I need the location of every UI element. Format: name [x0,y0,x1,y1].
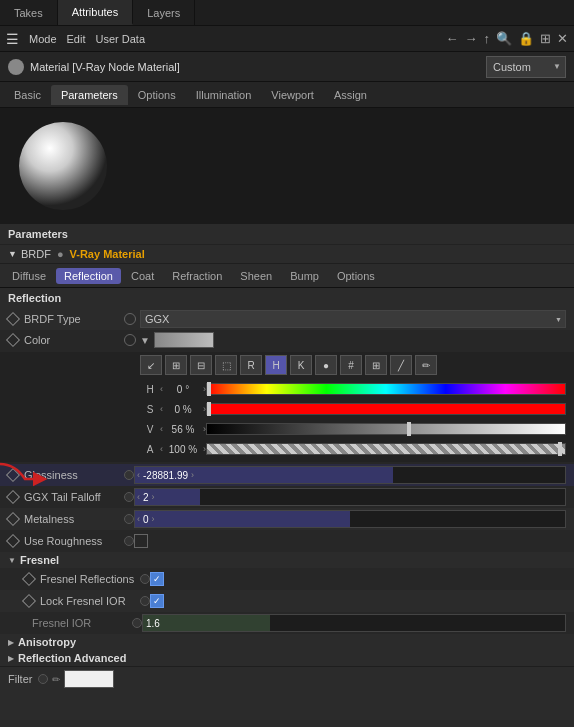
h-value: 0 ° [163,384,203,395]
tool-hash-btn[interactable]: # [340,355,362,375]
tool-arrow-btn[interactable]: ↙ [140,355,162,375]
tool-h-btn[interactable]: H [265,355,287,375]
ggx-falloff-field[interactable]: ‹ 2 › [134,488,566,506]
ggx-falloff-label: GGX Tail Falloff [24,491,124,503]
v-value: 56 % [163,424,203,435]
tool-dot-btn[interactable]: ● [315,355,337,375]
window-icon[interactable]: ⊞ [540,31,551,46]
glossiness-field[interactable]: ‹ -28881.99 › [134,466,566,484]
brdf-type-circle-btn[interactable] [124,313,136,325]
subtab-bump[interactable]: Bump [282,268,327,284]
filter-circle-btn[interactable] [38,674,48,684]
fresnel-ior-row: Fresnel IOR 1.6 [0,612,574,634]
tool-pencil-btn[interactable]: ✏ [415,355,437,375]
subtab-diffuse[interactable]: Diffuse [4,268,54,284]
nav-tabs-bar: Basic Parameters Options Illumination Vi… [0,82,574,108]
tab-assign[interactable]: Assign [324,85,377,105]
anisotropy-section-header[interactable]: ▶ Anisotropy [0,634,574,650]
ggx-falloff-right-arrow[interactable]: › [152,492,155,502]
v-slider-row: V ‹ 56 % › [140,419,566,439]
subtab-reflection[interactable]: Reflection [56,268,121,284]
hamburger-icon[interactable]: ☰ [6,31,19,47]
lock-fresnel-row: Lock Fresnel IOR [0,590,574,612]
reflection-advanced-section-header[interactable]: ▶ Reflection Advanced [0,650,574,666]
h-slider-thumb [207,382,211,396]
tab-basic[interactable]: Basic [4,85,51,105]
forward-icon[interactable]: → [465,31,478,46]
color-swatch[interactable] [154,332,214,348]
tool-grid2-btn[interactable]: ⊞ [365,355,387,375]
refl-adv-collapse-icon: ▶ [8,654,14,663]
collapse-icon[interactable]: ▼ [8,249,17,259]
metalness-bar [135,511,350,527]
h-slider-track[interactable] [206,383,566,395]
tool-grid-btn[interactable]: ⊟ [190,355,212,375]
menu-mode[interactable]: Mode [29,33,57,45]
glossiness-left-arrow[interactable]: ‹ [135,470,140,480]
fresnel-refl-checkbox[interactable] [150,572,164,586]
brdf-type-dropdown[interactable]: GGX [140,310,566,328]
ggx-falloff-value: 2 [140,491,152,504]
brdf-type-diamond [6,312,20,326]
fresnel-ior-field[interactable]: 1.6 [142,614,566,632]
fresnel-refl-circle-btn[interactable] [140,574,150,584]
fresnel-ior-circle-btn[interactable] [132,618,142,628]
s-slider-track[interactable] [206,403,566,415]
preset-dropdown[interactable]: Custom [486,56,566,78]
fresnel-reflections-row: Fresnel Reflections [0,568,574,590]
lock-fresnel-circle-btn[interactable] [140,596,150,606]
tool-checker-btn[interactable]: ⊞ [165,355,187,375]
ggx-falloff-circle-btn[interactable] [124,492,134,502]
color-diamond [6,333,20,347]
ggx-falloff-left-arrow[interactable]: ‹ [135,492,140,502]
reflection-section-header: Reflection [0,288,574,308]
tab-layers[interactable]: Layers [133,0,195,25]
tab-takes[interactable]: Takes [0,0,58,25]
search-icon[interactable]: 🔍 [496,31,512,46]
lock-fresnel-checkbox[interactable] [150,594,164,608]
back-icon[interactable]: ← [446,31,459,46]
color-circle-btn[interactable] [124,334,136,346]
metalness-row: Metalness ‹ 0 › [0,508,574,530]
v-slider-track[interactable] [206,423,566,435]
glossiness-row: Glossiness ‹ -28881.99 › [0,464,574,486]
use-roughness-circle-btn[interactable] [124,536,134,546]
metalness-field[interactable]: ‹ 0 › [134,510,566,528]
s-slider-row: S ‹ 0 % › [140,399,566,419]
tool-diag-btn[interactable]: ╱ [390,355,412,375]
menu-edit[interactable]: Edit [67,33,86,45]
up-icon[interactable]: ↑ [484,31,491,46]
chevron-icon[interactable]: ▼ [140,335,150,346]
tab-viewport[interactable]: Viewport [261,85,324,105]
a-label: A [140,444,160,455]
subtab-refraction[interactable]: Refraction [164,268,230,284]
preview-area [0,108,574,224]
menu-user-data[interactable]: User Data [96,33,146,45]
glossiness-circle-btn[interactable] [124,470,134,480]
tool-img-btn[interactable]: ⬚ [215,355,237,375]
lock-icon[interactable]: 🔒 [518,31,534,46]
glossiness-right-arrow[interactable]: › [191,470,194,480]
metalness-circle-btn[interactable] [124,514,134,524]
use-roughness-checkbox[interactable] [134,534,148,548]
brdf-row: ▼ BRDF ● V-Ray Material [0,245,574,264]
menu-bar: ☰ Mode Edit User Data ← → ↑ 🔍 🔒 ⊞ ✕ [0,26,574,52]
tab-illumination[interactable]: Illumination [186,85,262,105]
metalness-left-arrow[interactable]: ‹ [135,514,140,524]
tab-parameters[interactable]: Parameters [51,85,128,105]
tab-options[interactable]: Options [128,85,186,105]
subtab-sheen[interactable]: Sheen [232,268,280,284]
filter-color-preview[interactable] [64,670,114,688]
subtab-coat[interactable]: Coat [123,268,162,284]
tool-k-btn[interactable]: K [290,355,312,375]
ggx-falloff-row: GGX Tail Falloff ‹ 2 › [0,486,574,508]
sphere-svg [8,116,118,216]
tool-r-btn[interactable]: R [240,355,262,375]
metalness-right-arrow[interactable]: › [152,514,155,524]
tab-attributes[interactable]: Attributes [58,0,133,25]
fresnel-section-header[interactable]: ▼ Fresnel [0,552,574,568]
subtab-options[interactable]: Options [329,268,383,284]
fresnel-label: Fresnel [20,554,59,566]
a-slider-track[interactable] [206,443,566,455]
close-icon[interactable]: ✕ [557,31,568,46]
